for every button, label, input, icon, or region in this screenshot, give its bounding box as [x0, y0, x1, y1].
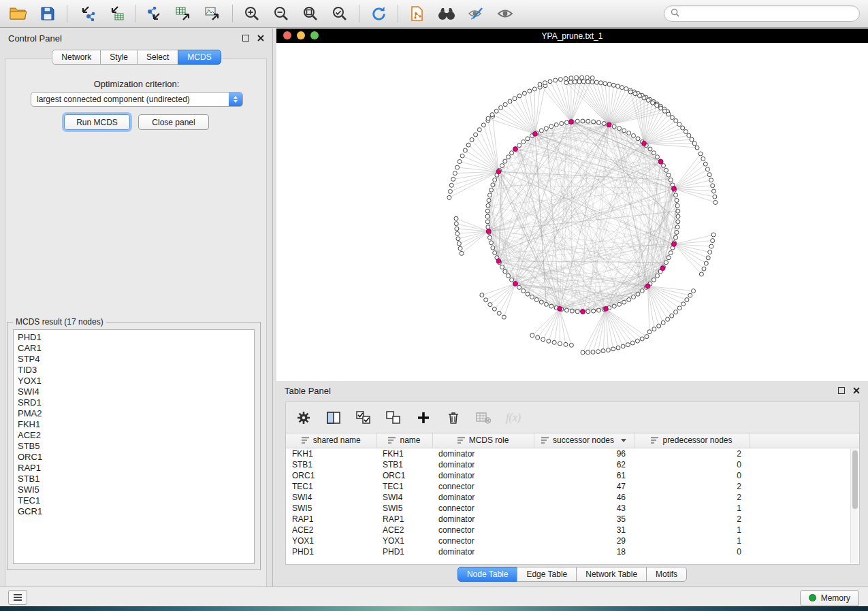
mcds-result-item[interactable]: FKH1 — [18, 419, 254, 430]
function-builder-icon: f(x) — [505, 410, 521, 426]
mcds-result-item[interactable]: TID3 — [18, 365, 254, 376]
tab-motifs[interactable]: Motifs — [646, 567, 687, 582]
export-table-icon[interactable] — [174, 3, 194, 24]
table-row[interactable]: ORC1ORC1dominator610 — [286, 470, 860, 481]
mcds-result-item[interactable]: SWI5 — [18, 484, 254, 495]
eye-icon[interactable] — [495, 3, 515, 24]
column-type-icon — [651, 437, 658, 444]
mcds-result-list[interactable]: PHD1CAR1STP4TID3YOX1SWI4SRD1PMA2FKH1ACE2… — [13, 329, 255, 564]
table-row[interactable]: TEC1TEC1connector472 — [286, 481, 860, 492]
table-scrollbar[interactable] — [850, 449, 858, 563]
mcds-result-item[interactable]: STB1 — [18, 474, 254, 484]
network-window: YPA_prune.txt_1 — [276, 29, 868, 381]
tab-style[interactable]: Style — [100, 50, 138, 65]
table-row[interactable]: STB1STB1dominator620 — [286, 459, 860, 470]
select-all-rows-icon[interactable] — [355, 410, 372, 426]
mcds-result-item[interactable]: SWI4 — [18, 386, 254, 397]
mcds-result-item[interactable]: GCR1 — [18, 506, 254, 517]
mcds-result-item[interactable]: CAR1 — [18, 343, 254, 354]
column-header-filler — [750, 433, 860, 448]
column-menu-caret-icon[interactable] — [621, 439, 626, 442]
tab-network-table[interactable]: Network Table — [576, 567, 647, 582]
tab-mcds[interactable]: MCDS — [178, 50, 221, 65]
table-panel: Table Panel — [276, 381, 868, 587]
toolbar-separator — [398, 5, 398, 22]
column-header-shared-name[interactable]: shared name — [286, 433, 376, 448]
toolbar-separator — [135, 5, 135, 22]
find-binoculars-icon[interactable] — [436, 3, 457, 24]
mcds-result-item[interactable]: ACE2 — [18, 430, 254, 441]
mcds-result-item[interactable]: SRD1 — [18, 397, 254, 408]
table-row[interactable]: SWI5SWI5connector431 — [286, 503, 860, 514]
mcds-result-item[interactable]: TEC1 — [18, 495, 254, 506]
table-panel-header: Table Panel — [276, 381, 868, 400]
close-window-icon[interactable] — [283, 31, 291, 39]
refresh-icon[interactable] — [368, 3, 389, 24]
apply-style-icon[interactable] — [466, 3, 486, 24]
tab-edge-table[interactable]: Edge Table — [517, 567, 577, 582]
clone-network-icon[interactable] — [407, 3, 428, 24]
save-session-icon[interactable] — [37, 3, 58, 24]
float-panel-icon[interactable] — [242, 35, 249, 42]
node-table: shared name name MCDS role successor nod… — [285, 433, 860, 565]
column-header-mcds-role[interactable]: MCDS role — [432, 433, 534, 448]
zoom-out-icon[interactable] — [271, 3, 291, 24]
close-table-panel-icon[interactable] — [853, 386, 860, 396]
table-row[interactable]: PHD1PHD1dominator180 — [286, 546, 860, 557]
zoom-in-icon[interactable] — [242, 3, 262, 24]
memory-button[interactable]: Memory — [800, 590, 859, 606]
mcds-result-item[interactable]: YOX1 — [18, 376, 254, 386]
tab-select[interactable]: Select — [137, 50, 178, 65]
maximize-window-icon[interactable] — [310, 31, 319, 39]
export-image-icon[interactable] — [203, 3, 223, 24]
mcds-result-item[interactable]: PMA2 — [18, 408, 254, 419]
gear-icon[interactable] — [295, 410, 312, 426]
memory-status-icon — [809, 594, 816, 601]
network-dominator-nodes[interactable] — [486, 120, 676, 314]
close-panel-button[interactable]: Close panel — [138, 114, 209, 130]
close-panel-icon[interactable] — [257, 33, 264, 44]
table-toolbar: f(x) — [285, 401, 860, 433]
mcds-result-item[interactable]: PHD1 — [18, 332, 254, 343]
network-window-title: YPA_prune.txt_1 — [542, 31, 603, 41]
panel-menu-icon[interactable] — [8, 590, 27, 605]
optimization-criterion-select[interactable]: largest connected component (undirected) — [31, 92, 243, 107]
column-header-successor-nodes[interactable]: successor nodes — [534, 433, 634, 448]
float-table-panel-icon[interactable] — [838, 387, 845, 394]
run-mcds-button[interactable]: Run MCDS — [64, 114, 130, 130]
status-bar: Memory — [0, 587, 868, 606]
import-network-icon[interactable] — [76, 3, 97, 24]
tab-network[interactable]: Network — [52, 50, 101, 65]
control-panel-tabs: Network Style Select MCDS — [0, 50, 273, 65]
tab-node-table[interactable]: Node Table — [457, 567, 518, 582]
zoom-fit-icon[interactable] — [300, 3, 321, 24]
mcds-result-item[interactable]: RAP1 — [18, 463, 254, 474]
export-network-icon[interactable] — [144, 3, 165, 24]
table-row[interactable]: RAP1RAP1dominator352 — [286, 514, 860, 525]
table-scrollbar-thumb[interactable] — [852, 450, 858, 509]
mcds-result-title: MCDS result (17 nodes) — [13, 317, 106, 327]
mcds-result-item[interactable]: ORC1 — [18, 452, 254, 463]
column-type-icon — [302, 437, 309, 444]
network-canvas[interactable] — [276, 43, 868, 381]
zoom-selected-icon[interactable] — [329, 3, 350, 24]
mcds-result-item[interactable]: STB5 — [18, 441, 254, 452]
mcds-result-item[interactable]: STP4 — [18, 354, 254, 365]
search-input[interactable] — [684, 8, 853, 19]
delete-column-icon[interactable] — [445, 410, 462, 426]
import-table-icon[interactable] — [106, 3, 126, 24]
table-row[interactable]: YOX1YOX1connector291 — [286, 535, 860, 546]
open-folder-icon[interactable] — [8, 3, 29, 24]
show-columns-icon[interactable] — [325, 410, 342, 426]
table-row[interactable]: ACE2ACE2connector311 — [286, 525, 860, 535]
minimize-window-icon[interactable] — [297, 31, 305, 39]
add-column-icon[interactable] — [415, 410, 432, 426]
table-panel-title: Table Panel — [285, 386, 331, 396]
network-window-titlebar[interactable]: YPA_prune.txt_1 — [276, 29, 868, 43]
table-row[interactable]: FKH1FKH1dominator962 — [286, 448, 860, 460]
column-header-predecessor-nodes[interactable]: predecessor nodes — [634, 433, 750, 448]
table-row[interactable]: SWI4SWI4dominator462 — [286, 492, 860, 503]
column-header-name[interactable]: name — [376, 433, 432, 448]
table-tabs: Node Table Edge Table Network Table Moti… — [276, 567, 868, 582]
deselect-all-rows-icon[interactable] — [385, 410, 402, 426]
